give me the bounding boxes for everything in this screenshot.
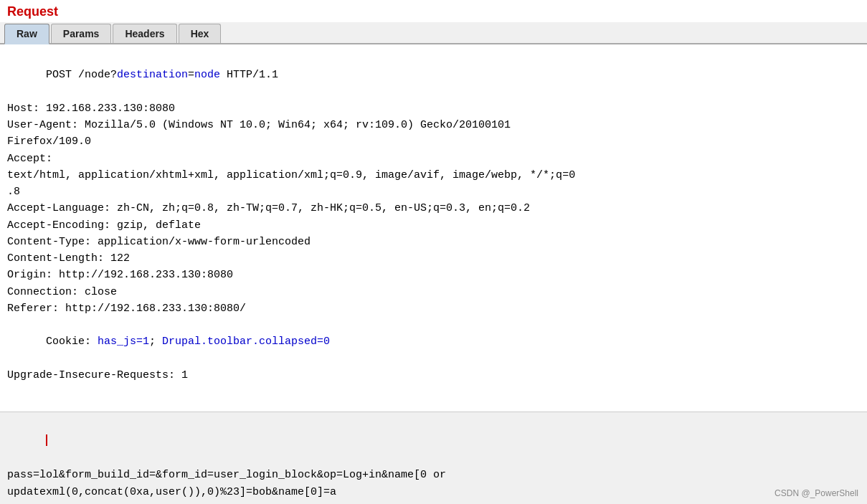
- tab-params[interactable]: Params: [51, 24, 112, 43]
- tabs-bar: Raw Params Headers Hex: [0, 22, 867, 44]
- request-line-15: Cookie: has_js=1; Drupal.toolbar.collaps…: [7, 317, 860, 367]
- body-line-cursor: [7, 415, 860, 467]
- cursor-indicator: [46, 434, 47, 446]
- request-line-3: User-Agent: Mozilla/5.0 (Windows NT 10.0…: [7, 117, 860, 133]
- page-container: Request Raw Params Headers Hex POST /nod…: [0, 0, 867, 504]
- request-line-12: Origin: http://192.168.233.130:8080: [7, 267, 860, 283]
- request-line-8: Accept-Language: zh-CN, zh;q=0.8, zh-TW;…: [7, 200, 860, 217]
- page-title: Request: [7, 4, 58, 19]
- request-line-13: Connection: close: [7, 284, 860, 300]
- title-bar: Request: [0, 0, 867, 22]
- body-line-2: updatexml(0,concat(0xa,user()),0)%23]=bo…: [7, 484, 860, 501]
- request-line-10: Content-Type: application/x-www-form-url…: [7, 234, 860, 250]
- request-line-2: Host: 192.168.233.130:8080: [7, 100, 860, 117]
- request-line-7: .8: [7, 184, 860, 200]
- tab-hex[interactable]: Hex: [179, 24, 222, 43]
- tab-headers[interactable]: Headers: [113, 24, 176, 43]
- request-line-1: POST /node?destination=node HTTP/1.1: [7, 50, 860, 100]
- watermark: CSDN @_PowerShell: [774, 488, 858, 498]
- request-line-11: Content-Length: 122: [7, 250, 860, 267]
- request-line-16: Upgrade-Insecure-Requests: 1: [7, 367, 860, 384]
- request-line-14: Referer: http://192.168.233.130:8080/: [7, 300, 860, 317]
- request-body-section: pass=lol&form_build_id=&form_id=user_log…: [0, 412, 867, 504]
- request-content-area: POST /node?destination=node HTTP/1.1 Hos…: [0, 44, 867, 412]
- request-line-5: Accept:: [7, 151, 860, 167]
- request-line-4: Firefox/109.0: [7, 133, 860, 150]
- request-line-9: Accept-Encoding: gzip, deflate: [7, 217, 860, 234]
- request-line-6: text/html, application/xhtml+xml, applic…: [7, 167, 860, 184]
- body-line-1: pass=lol&form_build_id=&form_id=user_log…: [7, 467, 860, 484]
- tab-raw[interactable]: Raw: [4, 24, 49, 44]
